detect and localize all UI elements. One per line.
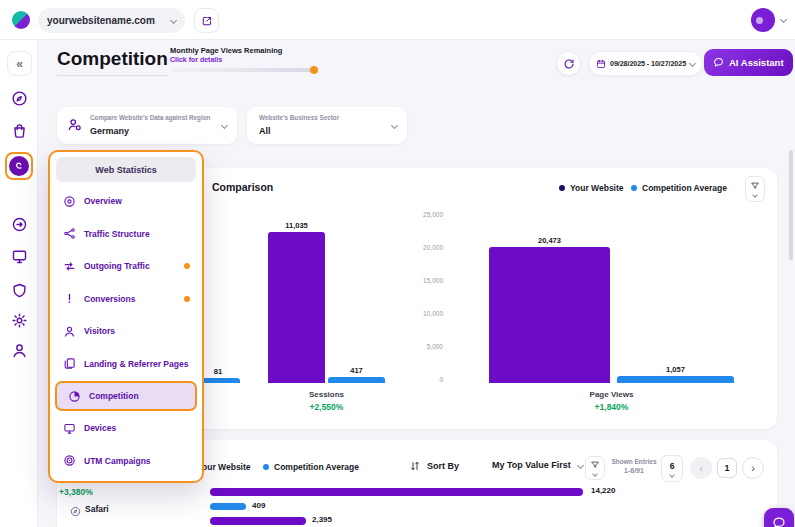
funnel-icon [750, 181, 760, 191]
y-tick: 5,000 [403, 343, 443, 350]
pages-icon [63, 357, 76, 370]
app-window: yourwebsitename.com « [0, 0, 795, 527]
shield-icon[interactable] [11, 282, 28, 299]
y-tick: 15,000 [403, 277, 443, 284]
legend-competition-average[interactable]: Competition Average [631, 183, 727, 193]
legend-competition-average[interactable]: Competition Average [263, 462, 359, 472]
web-statistics-icon [9, 156, 29, 176]
your-website-bar-sessions [268, 232, 325, 383]
site-selector-value: yourwebsitename.com [47, 15, 155, 26]
chart-filter-button[interactable] [745, 176, 765, 202]
ai-assistant-label: AI Assistant [729, 57, 784, 68]
flyout-item-outgoing-traffic[interactable]: Outgoing Traffic [50, 250, 202, 283]
sort-value-dropdown[interactable]: My Top Value First [492, 460, 583, 470]
ecommerce-bag-icon[interactable] [11, 122, 28, 139]
chevron-down-icon [577, 461, 584, 468]
settings-gear-icon[interactable] [11, 312, 28, 329]
bar-value-label: 417 [328, 366, 385, 375]
funnel-icon [590, 460, 600, 470]
refresh-button[interactable] [556, 51, 581, 76]
shown-entries: Shown Entries 1-6/91 [610, 458, 658, 474]
list-filter-button[interactable] [585, 456, 605, 480]
chevron-down-icon [221, 122, 228, 129]
current-page-indicator[interactable]: 1 [717, 458, 737, 478]
avatar-dot [756, 17, 763, 24]
entries-range: 1-6/91 [610, 467, 658, 474]
chevron-down-icon [391, 122, 398, 129]
prev-icon: ‹ [699, 462, 703, 474]
open-website-button[interactable] [194, 8, 219, 33]
flyout-item-utm-campaigns[interactable]: UTM Campaigns [50, 445, 202, 478]
bar-value-label: 20,473 [489, 236, 610, 245]
prev-page-button[interactable]: ‹ [690, 457, 712, 479]
account-chevron-down-icon[interactable] [780, 16, 787, 23]
flyout-item-traffic-structure[interactable]: Traffic Structure [50, 218, 202, 251]
calendar-icon [596, 59, 606, 69]
user-icon[interactable] [11, 342, 28, 359]
next-icon: › [751, 462, 755, 474]
legend-your-website[interactable]: Your Website [559, 183, 624, 193]
pageviews-diff-percent: +1,840% [489, 402, 734, 412]
hbar-value: 2,395 [312, 515, 332, 524]
date-range-picker[interactable]: 09/28/2025 - 10/27/2025 [588, 51, 703, 76]
flyout-item-visitors[interactable]: Visitors [50, 315, 202, 348]
sector-filter-value: All [259, 126, 271, 136]
sector-filter-dropdown[interactable]: Website's Business Sector All [247, 107, 407, 144]
scrollbar-thumb[interactable] [789, 150, 793, 260]
devices-icon [63, 422, 76, 435]
user-avatar[interactable] [751, 8, 775, 32]
chevron-down-icon [592, 471, 598, 477]
flyout-item-conversions[interactable]: Conversions [50, 283, 202, 316]
retargeting-icon[interactable] [11, 216, 28, 233]
notification-dot [184, 263, 190, 269]
ai-assistant-button[interactable]: AI Assistant [704, 49, 793, 76]
region-filter-value: Germany [90, 126, 129, 136]
chevron-down-icon [689, 60, 696, 67]
flyout-item-overview[interactable]: Overview [50, 185, 202, 218]
flyout-item-landing-referrer-pages[interactable]: Landing & Referrer Pages [50, 348, 202, 381]
sessions-diff-percent: +2,550% [268, 402, 385, 412]
collapse-sidebar-button[interactable]: « [7, 51, 32, 76]
chat-fab-button[interactable] [764, 508, 794, 527]
competition-hbar [210, 503, 246, 510]
quota-meter[interactable] [170, 68, 316, 72]
flyout-item-devices[interactable]: Devices [50, 412, 202, 445]
region-filter-label: Compare Website's Data against Region [90, 114, 210, 121]
row-name: Safari [85, 504, 109, 514]
date-range-value: 09/28/2025 - 10/27/2025 [610, 59, 686, 68]
page-size-dropdown[interactable]: 6 [661, 455, 683, 482]
chevron-down-icon [170, 17, 177, 24]
browser-compass-icon [70, 506, 81, 517]
refresh-icon [563, 58, 575, 70]
web-statistics-nav-active[interactable] [5, 152, 33, 180]
external-link-icon [201, 15, 213, 27]
page-title: Competition [57, 48, 168, 76]
dashboard-compass-icon[interactable] [11, 90, 28, 107]
quota-details-link[interactable]: Click for details [170, 56, 222, 63]
site-selector-dropdown[interactable]: yourwebsitename.com [38, 8, 185, 33]
y-tick: 0 [403, 376, 443, 383]
chat-bubble-icon [772, 516, 786, 527]
icon-sidebar: « [0, 40, 38, 527]
sort-by-control[interactable]: Sort By [409, 460, 459, 472]
page-size-value: 6 [670, 461, 675, 471]
chevron-down-icon [669, 472, 675, 478]
row-diff-percent: +3,380% [59, 487, 129, 497]
quota-meter-knob [310, 66, 318, 74]
competition-pie-icon [68, 390, 81, 403]
region-filter-dropdown[interactable]: Compare Website's Data against Region Ge… [57, 107, 237, 144]
flyout-item-competition-active[interactable]: Competition [55, 381, 197, 411]
shown-entries-label: Shown Entries [610, 458, 658, 465]
conversions-icon [63, 292, 76, 305]
next-page-button[interactable]: › [742, 457, 764, 479]
chevron-down-icon [752, 192, 758, 198]
user-settings-icon [67, 117, 82, 132]
chart-title: Comparison [212, 181, 273, 193]
sort-icon [409, 460, 421, 472]
sort-by-label: Sort By [427, 461, 459, 471]
top-bar: yourwebsitename.com [0, 0, 795, 40]
monitor-icon[interactable] [11, 248, 28, 265]
web-statistics-flyout: Web Statistics Overview Traffic Structur… [48, 150, 204, 483]
notification-dot [184, 296, 190, 302]
y-tick: 20,000 [403, 244, 443, 251]
